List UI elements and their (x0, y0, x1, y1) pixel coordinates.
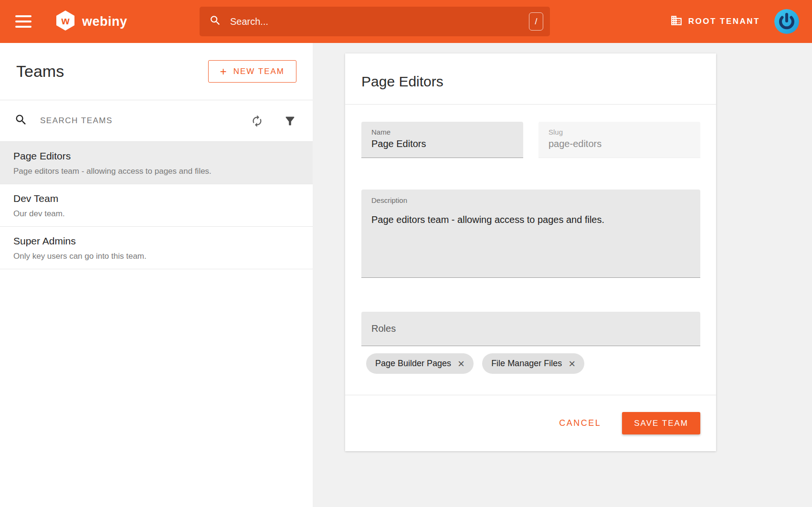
name-field-label: Name (371, 128, 513, 136)
team-detail-title: Page Editors (361, 74, 700, 90)
chip-label: File Manager Files (491, 359, 562, 369)
topbar-right: ROOT TENANT (670, 9, 799, 34)
remove-chip-icon[interactable]: × (458, 358, 464, 370)
team-detail-card: Page Editors Name Slug De (345, 53, 716, 451)
new-team-button[interactable]: + NEW TEAM (208, 60, 296, 83)
chip-label: Page Builder Pages (375, 359, 451, 369)
user-avatar[interactable] (774, 9, 799, 34)
top-bar: w webiny / ROOT TENANT (0, 0, 812, 43)
role-chips: Page Builder Pages × File Manager Files … (361, 353, 700, 374)
slug-input (548, 138, 690, 149)
name-input[interactable] (371, 138, 513, 149)
search-icon (209, 14, 221, 29)
team-name: Super Admins (13, 235, 299, 247)
team-description: Page editors team - allowing access to p… (13, 167, 299, 176)
description-field: Description Page editors team - allowing… (361, 190, 700, 278)
search-teams-bar (0, 100, 313, 142)
team-list-item-super-admins[interactable]: Super Admins Only key users can go into … (0, 227, 313, 269)
hamburger-icon (15, 15, 32, 17)
menu-button[interactable] (15, 15, 32, 28)
plus-icon: + (220, 66, 228, 77)
filter-button[interactable] (282, 113, 298, 129)
search-icon (14, 113, 28, 128)
refresh-icon (251, 115, 264, 127)
refresh-button[interactable] (249, 113, 265, 129)
app-window: w webiny / ROOT TENANT (0, 0, 812, 507)
teams-list-panel: Teams + NEW TEAM (0, 43, 313, 507)
svg-text:w: w (61, 15, 70, 27)
team-list: Page Editors Page editors team - allowin… (0, 142, 313, 269)
webiny-logo[interactable]: w webiny (54, 10, 127, 33)
global-search[interactable]: / (200, 7, 550, 36)
roles-field[interactable]: Roles (361, 312, 700, 346)
team-description: Only key users can go into this team. (13, 252, 299, 261)
role-chip-page-builder-pages[interactable]: Page Builder Pages × (366, 353, 474, 374)
role-chip-file-manager-files[interactable]: File Manager Files × (482, 353, 584, 374)
team-description: Our dev team. (13, 209, 299, 219)
slug-field-label: Slug (548, 128, 690, 136)
name-field: Name (361, 122, 523, 158)
team-name: Page Editors (13, 150, 299, 162)
remove-chip-icon[interactable]: × (569, 358, 575, 370)
building-icon (670, 14, 683, 29)
slug-field: Slug (538, 122, 700, 158)
save-team-button[interactable]: SAVE TEAM (622, 412, 700, 434)
description-input[interactable]: Page editors team - allowing access to p… (371, 214, 690, 272)
global-search-input[interactable] (230, 16, 529, 27)
search-teams-input[interactable] (40, 116, 249, 126)
team-list-item-page-editors[interactable]: Page Editors Page editors team - allowin… (0, 142, 313, 184)
roles-field-label: Roles (371, 323, 396, 334)
team-detail-panel: Page Editors Name Slug De (313, 43, 812, 507)
page-title: Teams (16, 62, 64, 81)
filter-icon (284, 115, 296, 127)
team-name: Dev Team (13, 193, 299, 204)
slash-shortcut-badge: / (529, 12, 543, 31)
description-field-label: Description (371, 196, 690, 204)
webiny-logo-icon: w (54, 10, 76, 33)
new-team-button-label: NEW TEAM (233, 67, 285, 76)
tenant-label: ROOT TENANT (688, 17, 760, 26)
team-list-item-dev-team[interactable]: Dev Team Our dev team. (0, 184, 313, 227)
cancel-button[interactable]: CANCEL (559, 418, 601, 428)
tenant-selector[interactable]: ROOT TENANT (670, 14, 760, 29)
webiny-wordmark: webiny (82, 14, 127, 29)
